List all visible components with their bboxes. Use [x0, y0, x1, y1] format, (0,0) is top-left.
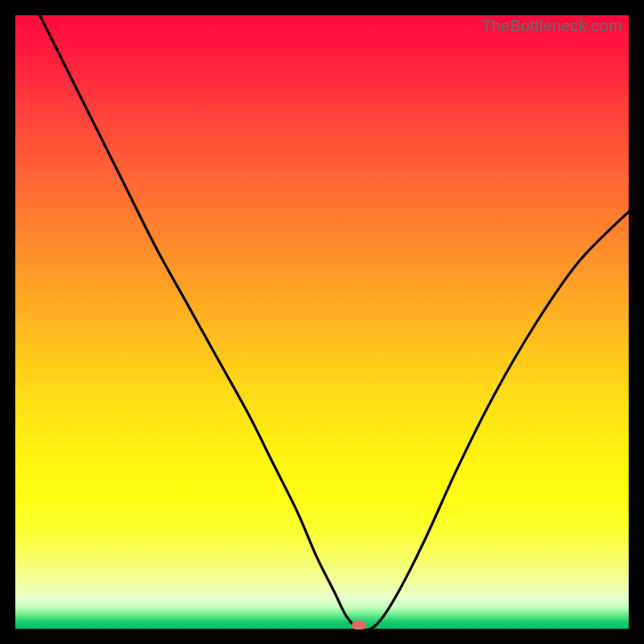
chart-frame: TheBottleneck.com: [0, 0, 644, 644]
bottleneck-curve: [15, 15, 629, 629]
optimal-point-marker: [352, 621, 366, 630]
plot-area: TheBottleneck.com: [15, 15, 629, 629]
